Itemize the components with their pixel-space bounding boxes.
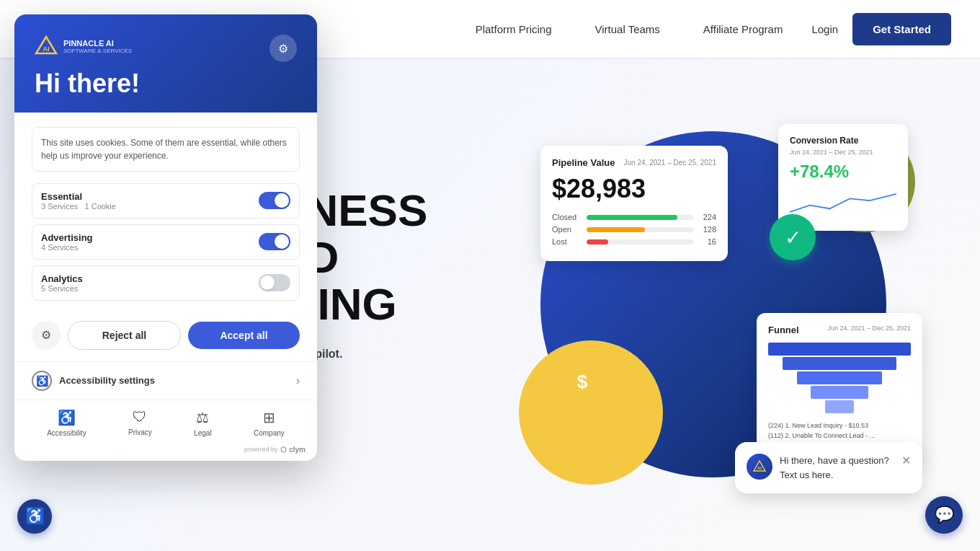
cookie-modal: AI PINNACLE AI SOFTWARE & SERVICES Hi th… (14, 14, 317, 461)
cookie-cat-essential-sub: 3 Services 1 Cookie (41, 202, 116, 211)
funnel-card: Funnel Jun 24, 2021 – Dec 25, 2021 (224)… (757, 313, 922, 463)
nav-get-started-button[interactable]: Get Started (852, 13, 951, 45)
pipeline-card-title: Pipeline Value (552, 157, 615, 168)
cookie-logo-brand: PINNACLE AI (63, 39, 132, 48)
footer-accessibility-label: Accessibility (47, 429, 86, 437)
funnel-legend-item-1: (224) 1. New Lead Inquiry - $10.53 (768, 420, 911, 431)
cookie-category-analytics: Analytics 5 Services (32, 265, 300, 301)
footer-privacy-label: Privacy (128, 428, 152, 436)
cookie-logo-subtitle: SOFTWARE & SERVICES (63, 48, 132, 54)
funnel-tier-5 (825, 400, 854, 413)
cookie-footer-privacy[interactable]: 🛡 Privacy (128, 409, 152, 437)
chat-message: Hi there, have a question? Text us here. (780, 454, 894, 482)
chat-close-button[interactable]: ✕ (901, 454, 911, 467)
cookie-accept-button[interactable]: Accept all (188, 322, 300, 349)
chat-avatar-icon: AI (752, 459, 767, 474)
conversion-card-date: Jun 24, 2021 – Dec 25, 2021 (790, 149, 896, 156)
cookie-modal-body: This site uses cookies. Some of them are… (14, 113, 317, 321)
pipeline-count-closed: 224 (699, 213, 716, 221)
cookie-footer-accessibility[interactable]: ♿ Accessibility (47, 409, 86, 437)
pipeline-value: $28,983 (552, 174, 716, 204)
footer-legal-icon: ⚖ (196, 409, 209, 426)
dollar-icon: $ (577, 371, 587, 393)
blob-yellow (519, 340, 663, 485)
pipeline-label-open: Open (552, 225, 581, 234)
gear-icon: ⚙ (41, 328, 51, 342)
cookie-category-advertising: Advertising 4 Services (32, 224, 300, 260)
funnel-tier-3 (797, 371, 883, 384)
settings-icon: ⚙ (278, 42, 288, 56)
cookie-header-settings-button[interactable]: ⚙ (270, 35, 297, 62)
cookie-toggle-analytics[interactable] (259, 274, 290, 291)
cookie-modal-header: AI PINNACLE AI SOFTWARE & SERVICES Hi th… (14, 14, 317, 113)
cookie-gear-button[interactable]: ⚙ (32, 321, 61, 350)
cookie-action-buttons: ⚙ Reject all Accept all (14, 321, 317, 361)
pipeline-row-open: Open 128 (552, 225, 716, 234)
pipeline-value-card: Pipeline Value Jun 24, 2021 – Dec 25, 20… (540, 146, 728, 261)
check-badge: ✓ (770, 214, 816, 260)
pipeline-row-closed: Closed 224 (552, 213, 716, 221)
cookie-description: This site uses cookies. Some of them are… (32, 127, 300, 172)
cookie-cat-advertising-sub: 4 Services (41, 243, 93, 252)
cookie-toggle-advertising[interactable] (259, 233, 290, 250)
cookie-powered-by: powered by ⬡ clym (14, 443, 317, 461)
nav-link-platform-pricing[interactable]: Platform Pricing (476, 23, 552, 35)
conversion-value: +78.4% (790, 162, 896, 182)
chat-message-line2: Text us here. (780, 470, 833, 480)
cookie-toggle-essential[interactable] (259, 192, 290, 209)
cookie-category-essential: Essential 3 Services 1 Cookie (32, 183, 300, 219)
cookie-cat-advertising-name: Advertising (41, 232, 93, 243)
cookie-reject-button[interactable]: Reject all (68, 321, 181, 350)
cookie-footer-nav: ♿ Accessibility 🛡 Privacy ⚖ Legal ⊞ Comp… (14, 400, 317, 443)
funnel-legend-item-2: (112) 2. Unable To Connect Lead - ... (768, 431, 911, 441)
accessibility-icon: ♿ (32, 371, 52, 391)
funnel-card-date: Jun 24, 2021 – Dec 25, 2021 (827, 325, 911, 335)
dollar-badge: $ (562, 361, 602, 402)
pipeline-bar-open (587, 227, 645, 232)
funnel-card-title: Funnel (768, 325, 799, 335)
nav-link-virtual-teams[interactable]: Virtual Teams (595, 23, 660, 35)
toggle-thumb-advertising (275, 234, 289, 249)
pipeline-card-date: Jun 24, 2021 – Dec 25, 2021 (624, 159, 716, 167)
footer-accessibility-icon: ♿ (58, 409, 76, 426)
chat-bubble-icon: 💬 (935, 506, 954, 524)
clym-logo: ⬡ clym (280, 446, 306, 454)
footer-company-label: Company (254, 429, 285, 437)
nav-link-affiliate-program[interactable]: Affiliate Program (703, 23, 783, 35)
cookie-footer-company[interactable]: ⊞ Company (254, 409, 285, 437)
toggle-thumb-essential (275, 193, 289, 208)
accessibility-label: Accessibility settings (59, 375, 155, 386)
pipeline-bar-open-wrap (587, 227, 693, 232)
pipeline-bar-lost (587, 239, 608, 244)
powered-text: powered by (244, 446, 278, 453)
funnel-tier-2 (783, 357, 896, 370)
svg-text:AI: AI (757, 466, 762, 470)
cookie-logo-icon: AI (35, 35, 58, 58)
accessibility-chevron-icon: › (296, 374, 300, 387)
conversion-card-title: Conversion Rate (790, 136, 896, 146)
pipeline-row-lost: Lost 16 (552, 237, 716, 246)
accessibility-floating-button[interactable]: ♿ (17, 499, 52, 534)
cookie-modal-logo: AI PINNACLE AI SOFTWARE & SERVICES (35, 35, 140, 58)
funnel-tier-4 (811, 386, 868, 399)
pipeline-count-lost: 16 (699, 237, 716, 246)
pipeline-bar-closed (587, 215, 677, 220)
cookie-cat-essential-name: Essential (41, 191, 116, 202)
pipeline-label-closed: Closed (552, 213, 581, 221)
chat-message-line1: Hi there, have a question? (780, 455, 889, 466)
cookie-cat-analytics-name: Analytics (41, 273, 83, 284)
cookie-cat-analytics-sub: 5 Services (41, 284, 83, 293)
chat-bubble-button[interactable]: 💬 (925, 496, 963, 534)
nav-login-link[interactable]: Login (811, 23, 838, 35)
nav-links: Platform Pricing Virtual Teams Affiliate… (476, 23, 783, 35)
pipeline-bar-closed-wrap (587, 215, 693, 220)
funnel-shape (768, 343, 911, 413)
cookie-footer-legal[interactable]: ⚖ Legal (194, 409, 211, 437)
svg-text:AI: AI (43, 45, 50, 53)
cookie-accessibility-settings[interactable]: ♿ Accessibility settings › (14, 361, 317, 400)
footer-legal-label: Legal (194, 429, 211, 437)
accessibility-floating-icon: ♿ (25, 507, 45, 526)
conversion-sparkline (790, 188, 896, 216)
footer-privacy-icon: 🛡 (133, 409, 147, 426)
funnel-tier-1 (768, 343, 911, 356)
